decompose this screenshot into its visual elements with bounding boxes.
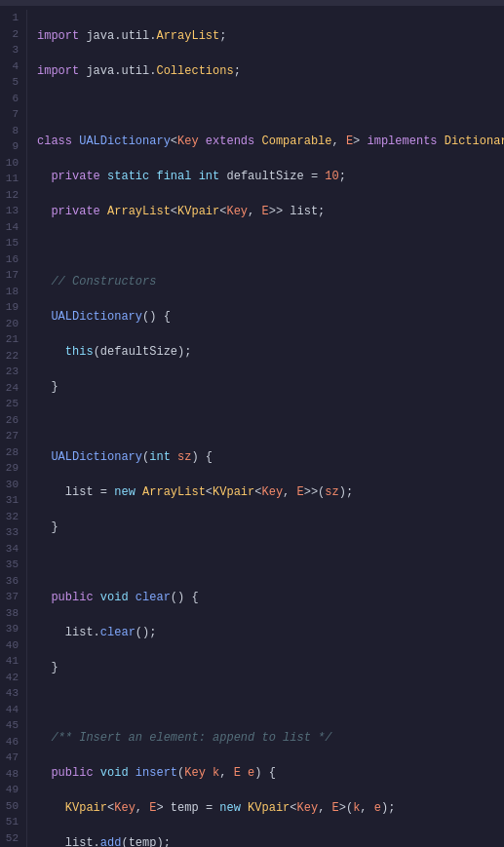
code-line-18: list.clear(); (37, 624, 496, 641)
code-line-24: list.add(temp); (37, 834, 496, 847)
code-line-13: UALDictionary(int sz) { (37, 448, 496, 466)
code-line-3 (37, 97, 496, 115)
code-line-15: } (37, 519, 496, 536)
code-line-20 (37, 694, 496, 712)
code-line-6: private ArrayList<KVpair<Key, E>> list; (37, 203, 496, 220)
code-area: 1 2 3 4 5 6 7 8 9 10 11 12 13 14 15 16 1… (0, 6, 504, 847)
code-line-21: /** Insert an element: append to list */ (37, 729, 496, 747)
code-line-14: list = new ArrayList<KVpair<Key, E>>(sz)… (37, 483, 496, 501)
line-numbers: 1 2 3 4 5 6 7 8 9 10 11 12 13 14 15 16 1… (0, 10, 27, 847)
code-line-11: } (37, 378, 496, 396)
code-editor: 1 2 3 4 5 6 7 8 9 10 11 12 13 14 15 16 1… (0, 0, 504, 847)
code-line-1: import java.util.ArrayList; (37, 27, 496, 45)
code-line-9: UALDictionary() { (37, 308, 496, 326)
code-content[interactable]: import java.util.ArrayList; import java.… (27, 10, 504, 847)
code-line-17: public void clear() { (37, 589, 496, 606)
code-line-16 (37, 554, 496, 571)
code-line-19: } (37, 659, 496, 676)
code-line-23: KVpair<Key, E> temp = new KVpair<Key, E>… (37, 799, 496, 817)
code-line-2: import java.util.Collections; (37, 62, 496, 80)
code-line-4: class UALDictionary<Key extends Comparab… (37, 133, 496, 150)
code-line-8: // Constructors (37, 273, 496, 290)
code-line-12 (37, 413, 496, 431)
code-line-5: private static final int defaultSize = 1… (37, 168, 496, 185)
code-line-10: this(defaultSize); (37, 343, 496, 361)
code-line-22: public void insert(Key k, E e) { (37, 764, 496, 782)
code-line-7 (37, 238, 496, 255)
